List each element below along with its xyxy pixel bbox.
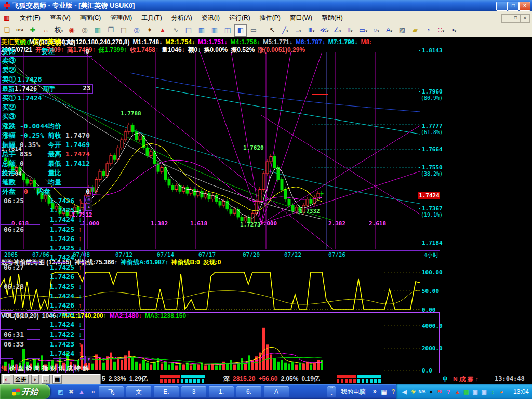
tray-network2-icon[interactable]: ▣ [480, 388, 488, 396]
menu-item-7[interactable]: 运行(R) [224, 11, 255, 24]
horizontal-scale-icon[interactable]: ↔ [39, 24, 52, 37]
chart-grid-icon[interactable]: ◫ [221, 24, 234, 37]
menu-item-10[interactable]: 帮助(H) [317, 11, 348, 24]
move-cross-icon[interactable]: ✚ [26, 24, 39, 37]
taskbar-keyboard-icon[interactable]: ▦ [379, 387, 389, 396]
chart-layout-icon[interactable]: ◧ [234, 24, 247, 37]
fib-lines-tool-icon[interactable]: ≡▾ [292, 24, 304, 37]
sidebar-tab-势[interactable]: 势 [25, 364, 33, 373]
taskbar-clock[interactable]: 13:04 [513, 384, 529, 399]
tray-flower-icon[interactable]: ✳ [409, 388, 418, 396]
dropdown-arrow-icon[interactable]: ▾ [61, 29, 63, 33]
taskbar-scroll-buttons[interactable]: ⌃⌄ [327, 386, 336, 397]
tray-back-icon[interactable]: ◀ [400, 388, 409, 396]
dropdown-arrow-icon[interactable]: ▾ [442, 29, 444, 33]
color-dots-tool-icon[interactable]: ∷▾ [435, 24, 447, 37]
column-panel-icon[interactable]: ▥ [195, 24, 208, 37]
rights-adjust-icon[interactable]: 权▾ [52, 24, 65, 37]
desktop-toolbar-label[interactable]: 我的电脑 [341, 384, 366, 399]
rectangle-tool-icon[interactable]: ▭▾ [357, 24, 369, 37]
mdi-restore-button[interactable]: □ [511, 14, 521, 23]
task-button-2[interactable]: E. [154, 386, 179, 397]
copy-pages-icon[interactable]: ❐ [104, 24, 117, 37]
dropdown-arrow-icon[interactable]: ▾ [286, 29, 288, 33]
mdi-document-icon[interactable]: ▥ [0, 11, 14, 24]
stamp-tool-icon[interactable]: ▨ [396, 24, 408, 37]
ime-keyboard-icon[interactable]: ▦ [52, 375, 62, 384]
sidebar-tab-财[interactable]: 财 [49, 364, 58, 373]
gann-fan-tool-icon[interactable]: ≪▾ [318, 24, 330, 37]
task-button-4[interactable]: 1. [209, 386, 234, 397]
sz-index-summary[interactable]: 深2815.20+56.602.05%0.19亿 [223, 375, 323, 383]
ime-logo-icon[interactable]: ◐ [3, 375, 10, 384]
dropdown-arrow-icon[interactable]: ▾ [365, 29, 367, 33]
signal-lights-on-icon[interactable]: ◉ [65, 24, 78, 37]
tray-dome-icon[interactable]: ◕ [497, 388, 506, 396]
signal-lights-off-icon[interactable]: ◎ [78, 24, 91, 37]
open-folder-icon[interactable]: ❏ [1, 24, 13, 37]
scroll-up-icon[interactable]: ▲ [85, 204, 92, 211]
calendar-icon[interactable]: ▦ [91, 24, 104, 37]
menu-item-9[interactable]: 窗口(W) [285, 11, 317, 24]
scroll-down-icon[interactable]: ▼ [85, 356, 92, 363]
dropdown-arrow-icon[interactable]: ▾ [391, 29, 393, 33]
restore-button[interactable]: □ [508, 2, 519, 11]
sidebar-tab-盘[interactable]: 盘 [17, 364, 25, 373]
tray-na-icon[interactable]: N/A [418, 388, 427, 396]
dropdown-arrow-icon[interactable]: ▾ [351, 29, 353, 33]
tools-icon[interactable]: ✦ [143, 24, 156, 37]
tray-grid-icon[interactable]: ▦ [462, 388, 471, 396]
sidebar-tab-细[interactable]: 细 [0, 364, 9, 373]
sidebar-tab-指[interactable]: 指 [41, 364, 49, 373]
save-tool-icon[interactable]: ▪▾ [448, 24, 460, 37]
sh-index-summary[interactable]: 52.33%1.29亿 [102, 375, 151, 383]
chart-window-icon[interactable]: ▦ [208, 24, 221, 37]
dropdown-arrow-icon[interactable]: ▾ [339, 29, 341, 33]
text-tool-icon[interactable]: A▾ [383, 24, 395, 37]
tray-network1-icon[interactable]: ▣ [471, 388, 480, 396]
crosshair-icon[interactable]: ⊕ [85, 196, 92, 204]
sidebar-tab-特[interactable]: 特 [74, 364, 82, 373]
quick-launch-network-icon[interactable]: ◩ [56, 387, 65, 396]
tray-qq-icon[interactable]: ● [427, 388, 435, 396]
time-and-sales-list[interactable]: 06:251.7426↑1.7425↓1.7424↓06:261.7425↑1.… [1, 196, 84, 364]
mdi-close-button[interactable]: × [520, 14, 530, 23]
tray-rt-icon[interactable]: Rt [435, 388, 444, 396]
tray-help-icon[interactable]: ? [444, 388, 453, 396]
quick-launch-more-icon[interactable]: » [88, 387, 98, 396]
angle-tool-icon[interactable]: ∠▾ [331, 24, 343, 37]
magnifier-tool-icon[interactable]: ◔ [422, 24, 434, 37]
sidebar-tab-周[interactable]: 周 [33, 364, 42, 373]
list-panel-icon[interactable]: ▤ [182, 24, 195, 37]
book-icon[interactable]: ▤ [117, 24, 130, 37]
close-button[interactable]: × [519, 2, 530, 11]
start-button[interactable]: 开始 [0, 384, 50, 399]
dropdown-arrow-icon[interactable]: ▾ [327, 29, 329, 33]
sidebar-tab-解[interactable]: 解 [82, 364, 90, 373]
ime-halfwidth-icon[interactable]: ◗ [31, 375, 39, 384]
parallel-tool-icon[interactable]: ‖▾ [344, 24, 356, 37]
quick-launch-winamp-icon[interactable]: ▲ [77, 387, 86, 396]
task-button-1[interactable]: 文 [126, 386, 151, 397]
pointer-tool-icon[interactable]: ↖ [266, 24, 278, 37]
mdi-minimize-button[interactable]: _ [501, 14, 511, 23]
plug-icon[interactable]: ∿ [169, 24, 182, 37]
search-chart-icon[interactable]: ◎ [130, 24, 143, 37]
dropdown-arrow-icon[interactable]: ▾ [455, 29, 457, 33]
sidebar-tab-价[interactable]: 价 [9, 364, 17, 373]
menu-item-5[interactable]: 分析(A) [167, 11, 197, 24]
minimize-button[interactable]: _ [496, 2, 508, 11]
chart-preview-icon[interactable]: ▭ [247, 24, 260, 37]
vertical-lines-tool-icon[interactable]: Ⅲ▾ [305, 24, 317, 37]
tray-updown-icon[interactable]: ↕ [488, 388, 497, 396]
alarm-icon[interactable]: ▲ [156, 24, 169, 37]
dropdown-arrow-icon[interactable]: ▾ [313, 29, 315, 33]
menu-item-3[interactable]: 管理(M) [105, 11, 137, 24]
desktop-toolbar-more[interactable]: » [373, 384, 377, 399]
quick-launch-media-icon[interactable]: ✖ [66, 387, 76, 396]
ellipse-tool-icon[interactable]: ○▾ [370, 24, 382, 37]
trendline-tool-icon[interactable]: ╱▾ [279, 24, 291, 37]
title-bar[interactable]: 飞狐交易师 - 专业版 - [美汇英镑 USUK0] _ □ × [0, 0, 532, 11]
ime-punct-icon[interactable]: ‥ [42, 375, 49, 384]
sidebar-tab-成[interactable]: 成 [66, 364, 74, 373]
